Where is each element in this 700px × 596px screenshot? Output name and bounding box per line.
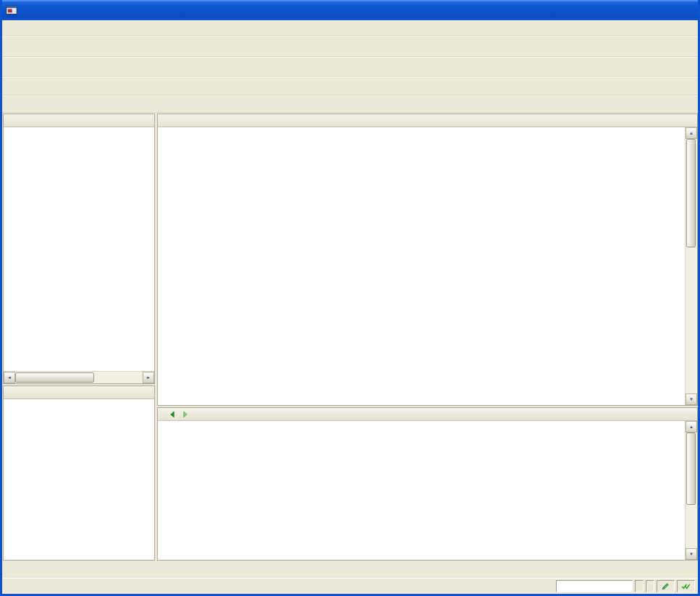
context-panel (157, 407, 698, 561)
refactoring-toolbar (2, 95, 698, 113)
features-horizontal-scrollbar[interactable] (4, 371, 154, 383)
forward-arrow-icon[interactable] (180, 409, 191, 420)
scroll-up-button[interactable] (686, 127, 697, 139)
left-column (3, 114, 155, 561)
code-editor[interactable] (158, 127, 685, 405)
back-arrow-icon[interactable] (166, 409, 178, 420)
status-search-field[interactable] (556, 580, 633, 592)
clusters-panel-titlebar (4, 386, 154, 399)
application-window (0, 0, 700, 596)
scroll-thumb[interactable] (686, 139, 696, 247)
standard-toolbar (2, 36, 698, 57)
context-vertical-scrollbar[interactable] (685, 421, 697, 560)
context-output[interactable] (158, 421, 685, 560)
editor-vertical-scrollbar[interactable] (685, 127, 697, 405)
scroll-track[interactable] (15, 372, 143, 383)
scroll-thumb[interactable] (686, 433, 696, 505)
address-toolbar (2, 57, 698, 77)
title-bar[interactable] (2, 0, 698, 20)
features-panel-titlebar (4, 114, 154, 127)
app-icon[interactable] (5, 4, 18, 17)
status-target (635, 580, 644, 592)
editable-pencil-icon (657, 580, 675, 592)
features-tree (4, 127, 154, 371)
clusters-panel (3, 386, 155, 561)
scroll-track[interactable] (686, 139, 697, 393)
scroll-right-button[interactable] (143, 372, 154, 383)
status-bar (2, 578, 698, 594)
scroll-track[interactable] (686, 433, 697, 548)
status-caret-position (646, 580, 654, 592)
context-body (158, 421, 697, 560)
menu-bar (2, 20, 698, 36)
features-panel (3, 114, 155, 384)
scroll-left-button[interactable] (4, 372, 15, 383)
double-check-icon (677, 580, 695, 592)
scroll-down-button[interactable] (686, 548, 697, 560)
context-panel-titlebar (158, 408, 697, 421)
scroll-down-button[interactable] (686, 393, 697, 405)
bottom-tab-bar (2, 561, 698, 578)
editor-body (158, 127, 697, 405)
scroll-thumb[interactable] (15, 372, 94, 383)
right-column (157, 114, 698, 561)
scroll-up-button[interactable] (686, 421, 697, 433)
clusters-tree (4, 399, 154, 560)
project-toolbar (2, 77, 698, 95)
editor-panel (157, 114, 698, 406)
editor-panel-titlebar (158, 114, 697, 127)
main-area (2, 113, 698, 561)
